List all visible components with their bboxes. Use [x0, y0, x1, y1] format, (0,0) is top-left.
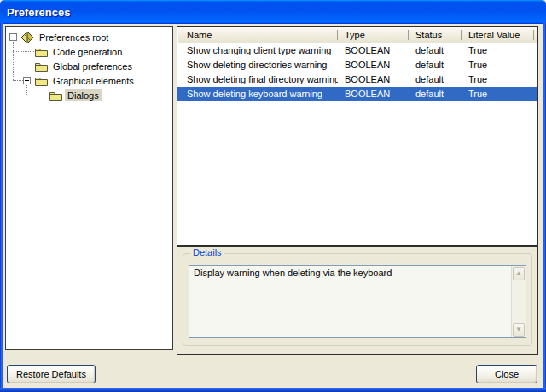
tree-connector	[13, 66, 34, 66]
close-button[interactable]: Close	[476, 365, 537, 383]
column-header[interactable]: Literal Value	[462, 27, 534, 43]
restore-defaults-button[interactable]: Restore Defaults	[7, 365, 96, 383]
table-row[interactable]: Show deleting keyboard warning BOOLEAN d…	[177, 87, 537, 101]
cell-status: default	[409, 58, 462, 72]
tree-collapse-icon[interactable]	[9, 33, 17, 41]
tree-item-label[interactable]: Preferences root	[37, 32, 111, 43]
column-header[interactable]: Type	[338, 27, 409, 43]
cell-name: Show changing client type warning	[177, 43, 338, 58]
window-border-left	[0, 22, 3, 392]
preferences-tree-panel: Preferences root Code generation Global …	[5, 26, 173, 350]
column-header[interactable]: Name	[177, 27, 338, 43]
scroll-up-icon: ▲	[515, 270, 522, 277]
cell-literal-value: True	[462, 43, 534, 58]
cell-status: default	[409, 87, 462, 101]
cell-type: BOOLEAN	[338, 58, 409, 72]
cell-literal-value: True	[462, 58, 534, 72]
folder-icon	[34, 74, 48, 88]
tree-item[interactable]: Dialogs	[26, 88, 172, 102]
cell-status: default	[409, 43, 462, 58]
cell-name: Show deleting directories warning	[177, 58, 338, 72]
tree-item-label[interactable]: Code generation	[50, 46, 125, 58]
folder-icon	[34, 60, 48, 73]
tree-collapse-icon[interactable]	[23, 77, 31, 84]
tree-item-label[interactable]: Global preferences	[50, 61, 135, 72]
window-border-bottom	[0, 388, 546, 392]
cell-type: BOOLEAN	[338, 87, 409, 101]
cell-type: BOOLEAN	[338, 43, 409, 58]
scroll-down-button[interactable]: ▼	[513, 323, 525, 337]
tree-item[interactable]: Code generation	[13, 44, 172, 59]
tree-item[interactable]: Global preferences	[13, 59, 172, 73]
cell-status: default	[409, 72, 462, 87]
tree-connector	[13, 80, 23, 81]
window-title: Preferences	[0, 6, 70, 19]
preferences-dialog: Preferences Preferences root Code genera…	[0, 0, 546, 392]
window-border-right	[543, 22, 546, 392]
tree-item[interactable]: Preferences root	[9, 30, 172, 44]
table-body: Show changing client type warning BOOLEA…	[177, 43, 537, 101]
details-groupbox: Details Display warning when deleting vi…	[183, 253, 532, 346]
properties-panel: NameTypeStatusLiteral Value Show changin…	[177, 26, 538, 355]
title-bar[interactable]: Preferences	[0, 0, 546, 24]
cell-name: Show deleting keyboard warning	[177, 87, 338, 101]
diamond-icon	[20, 31, 34, 44]
scroll-down-icon: ▼	[515, 326, 522, 333]
details-scrollbar[interactable]: ▲ ▼	[511, 266, 526, 337]
tree-item[interactable]: Graphical elements	[13, 73, 172, 88]
column-header[interactable]: Status	[409, 27, 462, 43]
table-row[interactable]: Show deleting directories warning BOOLEA…	[177, 58, 537, 72]
cell-name: Show deleting final directory warning	[177, 72, 338, 87]
details-textbox[interactable]: Display warning when deleting via the ke…	[189, 265, 526, 338]
cell-literal-value: True	[462, 72, 534, 87]
cell-literal-value: True	[462, 87, 534, 101]
table-header-row: NameTypeStatusLiteral Value	[177, 27, 537, 43]
table-row[interactable]: Show changing client type warning BOOLEA…	[177, 43, 537, 58]
folder-icon	[34, 45, 48, 59]
scrollbar-track[interactable]	[512, 281, 526, 322]
tree-item-label[interactable]: Graphical elements	[50, 75, 136, 87]
folder-icon	[49, 89, 62, 102]
properties-table: NameTypeStatusLiteral Value Show changin…	[177, 27, 537, 247]
cell-type: BOOLEAN	[338, 72, 409, 87]
table-row[interactable]: Show deleting final directory warning BO…	[177, 72, 537, 87]
header-filler	[534, 27, 538, 43]
tree-connector	[13, 51, 34, 52]
tree-items: Preferences root Code generation Global …	[6, 30, 172, 102]
scroll-up-button[interactable]: ▲	[513, 267, 525, 280]
tree-item-label[interactable]: Dialogs	[65, 89, 102, 101]
details-groupbox-label: Details	[190, 247, 224, 257]
tree-connector	[26, 95, 49, 95]
details-text: Display warning when deleting via the ke…	[189, 266, 510, 280]
